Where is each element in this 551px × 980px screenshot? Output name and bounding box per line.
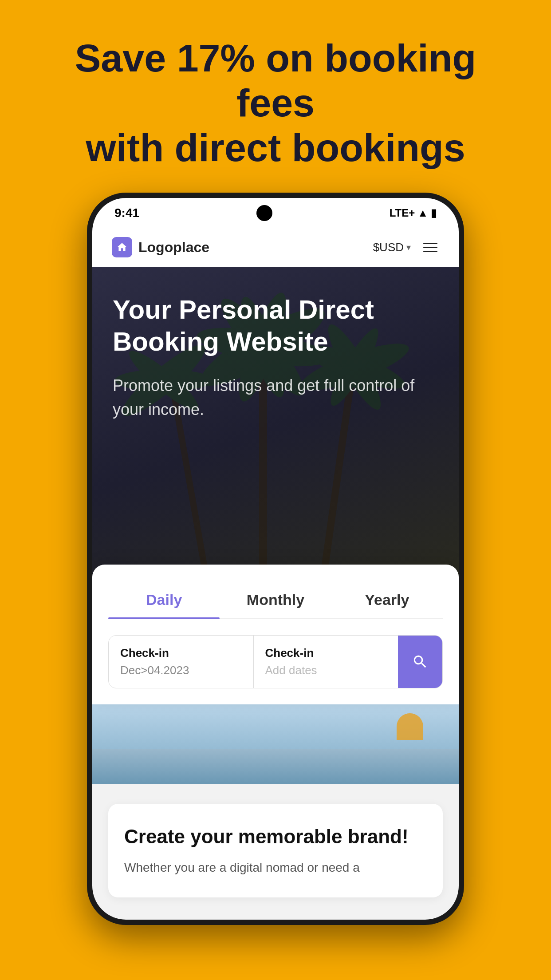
nav-bar: Logoplace $USD ▾ <box>92 228 459 267</box>
signal-bars-icon: ▲ <box>417 207 428 219</box>
checkin-field[interactable]: Check-in Dec>04.2023 <box>109 636 254 688</box>
page-background: Save 17% on booking fees with direct boo… <box>0 0 551 980</box>
pool-section <box>92 704 459 784</box>
checkout-field[interactable]: Check-in Add dates <box>254 636 398 688</box>
booking-panel: Daily Monthly Yearly Check-in Dec>04.202… <box>92 565 459 704</box>
hamburger-menu-button[interactable] <box>421 241 439 254</box>
status-camera <box>256 205 272 221</box>
hero-title: Your Personal Direct Booking Website <box>113 294 438 358</box>
tab-daily[interactable]: Daily <box>108 584 220 618</box>
tab-active-indicator <box>108 617 220 619</box>
phone-frame: 9:41 LTE+ ▲ ▮ Logoplace <box>87 193 464 925</box>
currency-selector[interactable]: $USD ▾ <box>373 241 411 254</box>
tab-yearly[interactable]: Yearly <box>331 584 443 618</box>
status-icons: LTE+ ▲ ▮ <box>390 207 437 219</box>
brand-card-title: Create your memorable brand! <box>124 824 427 849</box>
hero-section: Your Personal Direct Booking Website Pro… <box>92 267 459 587</box>
search-icon <box>412 653 429 670</box>
checkout-placeholder: Add dates <box>265 664 387 677</box>
pool-decoration <box>92 749 459 784</box>
phone-container: 9:41 LTE+ ▲ ▮ Logoplace <box>0 193 551 925</box>
checkin-value: Dec>04.2023 <box>120 664 242 677</box>
nav-right: $USD ▾ <box>373 241 439 254</box>
hero-subtitle: Promote your listings and get full contr… <box>113 374 438 422</box>
headline-text: Save 17% on booking fees with direct boo… <box>35 36 516 170</box>
headline-section: Save 17% on booking fees with direct boo… <box>0 0 551 193</box>
menu-line-2 <box>423 247 437 248</box>
brand-card: Create your memorable brand! Whether you… <box>108 804 443 897</box>
booking-form: Check-in Dec>04.2023 Check-in Add dates <box>108 635 443 688</box>
nav-logo-text: Logoplace <box>138 239 209 256</box>
tab-monthly[interactable]: Monthly <box>220 584 331 618</box>
nav-logo: Logoplace <box>112 237 209 257</box>
lte-icon: LTE+ <box>390 207 415 219</box>
home-icon <box>116 241 128 253</box>
currency-text: $USD <box>373 241 404 254</box>
chevron-down-icon: ▾ <box>406 242 411 253</box>
checkout-label: Check-in <box>265 646 387 660</box>
nav-logo-icon <box>112 237 132 257</box>
status-time: 9:41 <box>114 206 139 220</box>
battery-icon: ▮ <box>431 207 437 219</box>
status-bar: 9:41 LTE+ ▲ ▮ <box>92 198 459 228</box>
hero-content: Your Personal Direct Booking Website Pro… <box>113 294 438 422</box>
booking-tabs: Daily Monthly Yearly <box>108 584 443 619</box>
checkin-label: Check-in <box>120 646 242 660</box>
card-section: Create your memorable brand! Whether you… <box>92 784 459 920</box>
search-button[interactable] <box>398 636 442 688</box>
brand-card-text: Whether you are a digital nomad or need … <box>124 858 427 877</box>
menu-line-1 <box>423 243 437 244</box>
umbrella-decoration <box>397 713 423 740</box>
menu-line-3 <box>423 251 437 252</box>
